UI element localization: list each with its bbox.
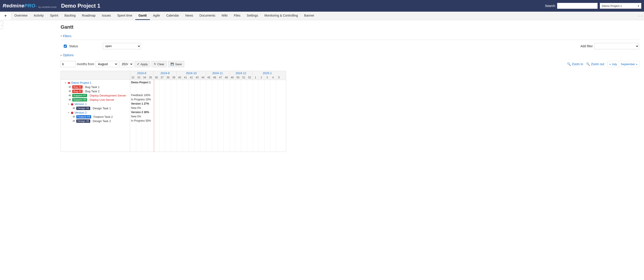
week-header: 37 — [159, 75, 165, 80]
issue-badge[interactable]: Design #6 — [76, 119, 90, 123]
today-line — [154, 80, 154, 152]
tab-banner[interactable]: Banner — [301, 12, 318, 20]
issue-badge[interactable]: Support #7 — [72, 94, 87, 97]
version-link[interactable]: Version 1 — [74, 102, 86, 106]
tab-documents[interactable]: Documents — [196, 12, 218, 20]
apply-button[interactable]: ✔Apply — [135, 61, 150, 67]
expander-icon[interactable]: ▾ — [67, 103, 70, 105]
save-icon: 💾 — [170, 62, 174, 66]
issue-badge[interactable]: Support #8 — [72, 98, 87, 102]
months-input[interactable] — [60, 61, 76, 67]
month-header[interactable]: 2024-12 — [229, 71, 253, 75]
chevron-left-icon: ‹ — [1, 24, 2, 26]
tab-sprint[interactable]: Sprint — [47, 12, 62, 20]
tab-wiki[interactable]: Wiki — [218, 12, 231, 20]
new-tab-button[interactable]: + — [0, 12, 11, 20]
tabs-scroll-right[interactable]: › — [641, 14, 642, 18]
months-from-label: months from — [77, 62, 94, 66]
tab-gantt[interactable]: Gantt — [135, 12, 150, 20]
month-header[interactable]: 2024-10 — [177, 71, 206, 75]
project-link[interactable]: Demo Project 1 — [71, 81, 92, 84]
issue-badge[interactable]: Bug #1 — [72, 85, 82, 89]
tab-bar: + OverviewActivitySprintBacklogRoadmapIs… — [0, 12, 644, 20]
version-link[interactable]: Version 2 — [74, 111, 86, 114]
tree-issue-row[interactable]: Design #5: Design Task 1 — [62, 106, 130, 111]
zoom-out-link[interactable]: 🔍Zoom out — [586, 62, 604, 66]
gantt-timeline[interactable]: 2024-82024-92024-102024-112024-122025-1 … — [130, 71, 286, 152]
clear-button[interactable]: ↻Clear — [152, 61, 167, 67]
week-header: 44 — [200, 75, 206, 80]
project-selector[interactable]: Demo Project 1 ▾ — [600, 3, 641, 9]
gantt-row-label: New 0% — [131, 115, 141, 118]
week-header: 40 — [177, 75, 183, 80]
month-header[interactable]: 2024-9 — [154, 71, 177, 75]
week-header: 2 — [258, 75, 264, 80]
issue-icon — [72, 115, 76, 119]
tab-monitoring-controlling[interactable]: Monitoring & Controlling — [261, 12, 301, 20]
tree-issue-row[interactable]: Support #8: Deploy Live Server — [62, 98, 130, 102]
tab-calendar[interactable]: Calendar — [163, 12, 182, 20]
next-month-link[interactable]: September » — [619, 61, 639, 67]
issue-title[interactable]: : Design Task 2 — [91, 119, 111, 123]
tab-settings[interactable]: Settings — [244, 12, 262, 20]
gantt-row-label: In Progress 20% — [131, 98, 151, 101]
sidebar-collapse-handle[interactable]: ‹ — [0, 21, 3, 29]
tabs-scroll-left[interactable]: ‹ — [638, 14, 640, 18]
expander-icon[interactable]: ▾ — [67, 111, 70, 114]
project-title[interactable]: Demo Project 1 — [61, 3, 100, 9]
issue-badge[interactable]: Bug #2 — [72, 90, 82, 93]
issue-icon — [72, 120, 76, 123]
expander-icon[interactable]: ▾ — [64, 82, 67, 84]
status-filter-select[interactable]: open — [103, 43, 141, 49]
gantt-row-label: Version 2 30% — [131, 111, 149, 114]
logo[interactable]: RedminePRO • by HAZERCLOUD — [3, 3, 56, 9]
week-header: 34 — [142, 75, 148, 80]
issue-icon — [68, 94, 71, 97]
search-input[interactable] — [557, 3, 598, 9]
issue-title[interactable]: : Design Task 1 — [91, 107, 111, 110]
tree-issue-row[interactable]: Support #7: Deploy Development Server — [62, 93, 130, 98]
options-label: Options — [63, 53, 74, 57]
tree-issue-row[interactable]: Bug #2: Bug Task 2 — [62, 89, 130, 93]
issue-badge[interactable]: Design #5 — [76, 107, 90, 110]
tree-version-row[interactable]: ▾ Version 2 — [62, 111, 130, 115]
prev-month-link[interactable]: « July — [608, 61, 619, 67]
tree-version-row[interactable]: ▾ Version 1 — [62, 102, 130, 106]
filters-toggle[interactable]: ▾ Filters — [60, 34, 71, 38]
tree-project-row[interactable]: ▾ Demo Project 1 — [62, 81, 130, 85]
month-header[interactable]: 2025-1 — [253, 71, 282, 75]
tree-issue-row[interactable]: Bug #1: Bug Task 1 — [62, 85, 130, 89]
tree-issue-row[interactable]: Design #6: Design Task 2 — [62, 119, 130, 123]
tab-activity[interactable]: Activity — [30, 12, 47, 20]
tab-agile[interactable]: Agile — [150, 12, 163, 20]
issue-title[interactable]: : Deploy Live Server — [88, 98, 114, 102]
year-select[interactable]: 2024 — [120, 61, 133, 67]
tab-overview[interactable]: Overview — [11, 12, 30, 20]
save-button[interactable]: 💾Save — [168, 61, 184, 67]
zoom-in-link[interactable]: 🔍Zoom in — [567, 62, 583, 66]
month-select[interactable]: August — [96, 61, 118, 67]
month-header[interactable]: 2024-11 — [206, 71, 229, 75]
issue-badge[interactable]: Feature #4 — [76, 115, 91, 119]
timeline-body[interactable]: Demo Project 1Feedback 100%In Progress 2… — [130, 80, 286, 152]
week-header: 5 — [276, 75, 282, 80]
add-filter-select[interactable] — [594, 43, 639, 49]
issue-title[interactable]: : Bug Task 2 — [84, 90, 100, 93]
options-toggle[interactable]: ▸ Options — [60, 53, 74, 57]
svg-rect-9 — [73, 107, 75, 109]
status-filter-checkbox[interactable] — [64, 45, 67, 48]
tab-files[interactable]: Files — [231, 12, 244, 20]
gantt-row-label: Version 1 27% — [131, 102, 149, 105]
zoom-in-icon: 🔍 — [567, 62, 571, 66]
issue-title[interactable]: : Bug Task 1 — [84, 85, 100, 89]
tab-backlog[interactable]: Backlog — [61, 12, 79, 20]
tab-issues[interactable]: Issues — [99, 12, 114, 20]
tab-roadmap[interactable]: Roadmap — [79, 12, 99, 20]
tab-news[interactable]: News — [182, 12, 196, 20]
tab-spent-time[interactable]: Spent time — [114, 12, 135, 20]
month-header[interactable]: 2024-8 — [130, 71, 154, 75]
issue-title[interactable]: : Deploy Development Server — [88, 94, 126, 97]
issue-title[interactable]: : Feature Task 2 — [92, 115, 113, 119]
week-header: 36 — [154, 75, 159, 80]
tree-issue-row[interactable]: Feature #4: Feature Task 2 — [62, 115, 130, 119]
